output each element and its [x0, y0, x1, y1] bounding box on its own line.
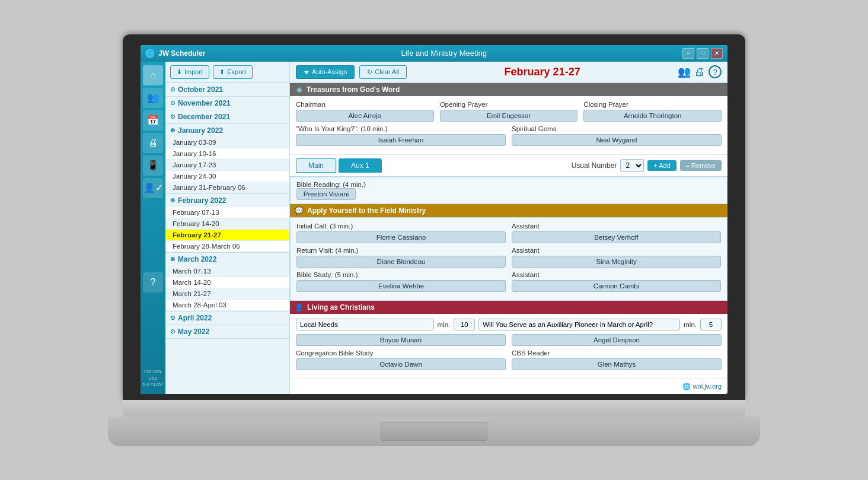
title-bar-left: 🌐 JW Scheduler	[145, 49, 205, 58]
initial-call-assistant-btn[interactable]: Betsey Verhoff	[512, 231, 721, 243]
nav-toolbar: ⬇ Import ⬆ Export	[165, 62, 289, 83]
pioneer-person-btn[interactable]: Angel Dimpson	[512, 334, 722, 346]
spiritual-gems-field: Spiritual Gems Neal Wygand	[512, 125, 722, 146]
cbs-field: Congregation Bible Study Octavio Dawn	[296, 349, 506, 370]
local-needs-row: min. min.	[296, 319, 722, 330]
cbs-reader-person-btn[interactable]: Glen Mathys	[512, 358, 722, 370]
week-item-jan-31[interactable]: January 31-February 06	[165, 182, 289, 193]
local-needs-input[interactable]	[296, 319, 434, 330]
week-item-jan-17[interactable]: January 17-23	[165, 160, 289, 171]
week-item-feb-28[interactable]: February 28-March 06	[165, 241, 289, 252]
minimize-button[interactable]: –	[682, 48, 694, 59]
users-icon-btn[interactable]: 👥	[678, 65, 691, 78]
diamond-icon: ◆	[295, 85, 303, 94]
month-group-april-2022: ⊙ April 2022	[165, 311, 289, 325]
week-item-mar-07[interactable]: March 07-13	[165, 266, 289, 277]
week-item-mar-21[interactable]: March 21-27	[165, 288, 289, 300]
bible-study-field: Bible Study: (5 min.) Evelina Wehbe	[296, 271, 506, 292]
clear-all-button[interactable]: ↻ Clear All	[359, 65, 407, 79]
return-visit-assistant-btn[interactable]: Sina Mcginity	[512, 256, 721, 268]
tab-aux1[interactable]: Aux 1	[339, 158, 382, 173]
chevron-may-icon: ⊙	[170, 328, 175, 335]
add-button[interactable]: + Add	[647, 160, 676, 171]
initial-call-person-btn[interactable]: Florrie Cassiano	[296, 231, 506, 243]
talk-row: "Who Is Your King?": (10 min.) Isaiah Fr…	[296, 125, 722, 146]
return-visit-person-btn[interactable]: Diane Blondeau	[296, 256, 506, 268]
week-item-feb-07[interactable]: February 07-13	[165, 207, 289, 218]
help-icon-btn[interactable]: ?	[143, 272, 163, 293]
pioneer-min-input[interactable]	[700, 319, 722, 330]
pioneer-input[interactable]	[478, 319, 680, 330]
bible-study-person-btn[interactable]: Evelina Wehbe	[296, 280, 506, 292]
month-header-october-2021[interactable]: ⊙ October 2021	[165, 83, 289, 96]
phone-icon-btn[interactable]: 📱	[143, 155, 163, 176]
laptop-trackpad[interactable]	[381, 422, 487, 441]
cbs-person-btn[interactable]: Octavio Dawn	[296, 358, 506, 370]
chevron-february-icon: ⊛	[170, 197, 175, 204]
month-header-december-2021[interactable]: ⊙ December 2021	[165, 110, 289, 123]
bible-reading-person-btn[interactable]: Preston Viviani	[296, 188, 356, 200]
month-header-february-2022[interactable]: ⊛ February 2022	[165, 194, 289, 207]
spiritual-gems-person-btn[interactable]: Neal Wygand	[512, 134, 722, 146]
week-item-mar-14[interactable]: March 14-20	[165, 277, 289, 288]
week-item-jan-10[interactable]: January 10-16	[165, 148, 289, 160]
return-visit-assistant-label: Assistant	[512, 247, 721, 254]
week-item-feb-14[interactable]: February 14-20	[165, 218, 289, 230]
refresh-icon: ↻	[367, 68, 372, 76]
auto-assign-button[interactable]: ★ Auto-Assign	[296, 65, 355, 79]
chairman-field: Chairman Alec Arrojo	[296, 101, 434, 122]
usual-number-label: Usual Number	[572, 161, 617, 170]
local-needs-person-field: Boyce Munari	[296, 334, 506, 346]
talk-person-btn[interactable]: Isaiah Freehan	[296, 134, 506, 146]
import-button[interactable]: ⬇ Import	[170, 65, 209, 79]
remove-button[interactable]: – Remove	[680, 160, 722, 171]
bible-study-assistant-field: Assistant Carmon Cambi	[512, 271, 721, 292]
local-needs-min-input[interactable]	[454, 319, 475, 330]
closing-prayer-person-btn[interactable]: Arnoldo Thorington	[583, 110, 722, 122]
initial-call-assistant-field: Assistant Betsey Verhoff	[512, 222, 721, 243]
person-check-icon-btn[interactable]: 👤✓	[143, 178, 163, 198]
people-icon-btn[interactable]: 👥	[143, 88, 163, 108]
week-item-jan-03[interactable]: January 03-09	[165, 137, 289, 148]
tab-main[interactable]: Main	[296, 158, 336, 173]
week-item-jan-24[interactable]: January 24-30	[165, 171, 289, 182]
export-button[interactable]: ⬆ Export	[213, 65, 253, 79]
month-header-april-2022[interactable]: ⊙ April 2022	[165, 311, 289, 325]
print-icon-btn[interactable]: 🖨	[143, 133, 163, 153]
tabs-row: Main Aux 1 Usual Number 2 1 3 + Add	[290, 155, 727, 177]
return-visit-assistant-field: Assistant Sina Mcginity	[512, 247, 721, 268]
initial-call-field: Initial Call: (3 min.) Florrie Cassiano	[296, 222, 506, 243]
chairman-person-btn[interactable]: Alec Arrojo	[296, 110, 434, 122]
cbs-reader-label: CBS Reader	[512, 349, 722, 357]
week-item-mar-28[interactable]: March 28-April 03	[165, 300, 289, 311]
close-button[interactable]: ✕	[711, 48, 723, 59]
laptop-trackpad-area	[108, 417, 760, 446]
week-item-feb-21[interactable]: February 21-27	[165, 230, 289, 241]
usual-number-select[interactable]: 2 1 3	[620, 159, 644, 172]
usual-number-area: Usual Number 2 1 3 + Add – Remove	[572, 159, 722, 172]
footer-link[interactable]: wol.jw.org	[693, 383, 722, 390]
month-header-november-2021[interactable]: ⊙ November 2021	[165, 97, 289, 110]
bible-study-assistant-btn[interactable]: Carmon Cambi	[512, 280, 721, 292]
main-content: ★ Auto-Assign ↻ Clear All February 21-27…	[290, 62, 727, 394]
opening-prayer-field: Opening Prayer Emil Engessor	[440, 101, 578, 122]
calendar-icon-btn[interactable]: 📅	[143, 110, 163, 131]
maximize-button[interactable]: □	[697, 48, 709, 59]
pioneer-person-field: Angel Dimpson	[512, 334, 722, 346]
local-needs-person-btn[interactable]: Boyce Munari	[296, 334, 506, 346]
sidebar-icons: ⌂ 👥 📅 🖨 📱 👤✓ ? 135-505-253 6.0 #1167	[141, 62, 165, 394]
living-section-header: 👤 Living as Christians	[290, 301, 727, 314]
question-circle-icon-btn[interactable]: ?	[709, 65, 722, 78]
print-icon-btn-main[interactable]: 🖨	[694, 66, 705, 78]
pioneer-min-label: min.	[684, 321, 697, 328]
month-header-march-2022[interactable]: ⊛ March 2022	[165, 253, 289, 266]
month-header-may-2022[interactable]: ⊙ May 2022	[165, 325, 289, 338]
month-group-march-2022: ⊛ March 2022 March 07-13 March 14-20 Mar…	[165, 253, 289, 311]
home-icon-btn[interactable]: ⌂	[143, 65, 163, 85]
laptop-base	[123, 400, 745, 417]
month-header-january-2022[interactable]: ⊛ January 2022	[165, 124, 289, 137]
local-needs-persons-row: Boyce Munari Angel Dimpson	[296, 334, 722, 346]
opening-prayer-person-btn[interactable]: Emil Engessor	[440, 110, 578, 122]
month-group-january-2022: ⊛ January 2022 January 03-09 January 10-…	[165, 124, 289, 194]
month-group-may-2022: ⊙ May 2022	[165, 325, 289, 339]
